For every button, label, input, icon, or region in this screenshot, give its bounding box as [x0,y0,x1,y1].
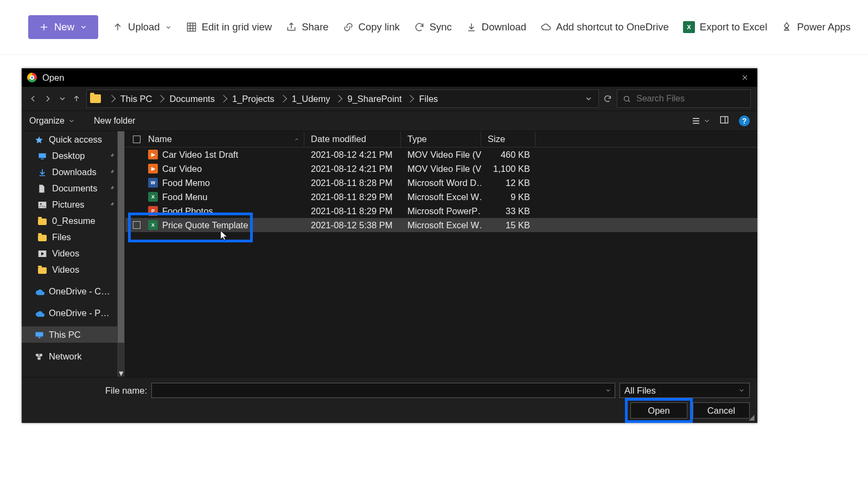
filename-input-wrap[interactable] [151,383,615,398]
new-button-label: New [54,21,74,33]
share-label: Share [302,21,328,33]
svg-rect-12 [37,357,40,359]
filename-label: File name: [105,386,147,396]
forward-button[interactable] [43,92,53,106]
file-type-filter[interactable]: All Files [620,383,750,398]
recent-locations-button[interactable] [57,92,67,106]
sidebar-scrollbar[interactable]: ▴ ▾ [117,131,125,377]
nav-item-this-pc[interactable]: This PC [22,326,125,343]
videos-icon [38,249,48,257]
column-name[interactable]: Name [142,131,304,147]
file-type: Microsoft Excel W… [401,220,481,230]
nav-item-label: This PC [49,330,81,340]
nav-item-label: Network [49,351,82,362]
close-button[interactable] [732,68,757,87]
file-date: 2021-08-12 4:21 PM [304,164,401,174]
export-excel-label: Export to Excel [700,21,767,33]
crumb-9-sharepoint[interactable]: 9_SharePoint [347,94,401,104]
help-button[interactable]: ? [739,115,750,126]
file-row[interactable]: ▶Car Video 2021-08-12 4:21 PM MOV Video … [125,162,757,176]
nav-item-videos[interactable]: Videos [22,261,125,278]
new-folder-button[interactable]: New folder [94,116,135,126]
crumb-files[interactable]: Files [419,94,438,104]
nav-item-files[interactable]: Files [22,229,125,245]
nav-item-onedrive-person[interactable]: OneDrive - Person [22,305,125,321]
file-name: Food Memo [162,178,210,188]
cancel-button[interactable]: Cancel [693,402,750,419]
file-type-filter-label: All Files [624,386,738,396]
nav-item-network[interactable]: Network [22,348,125,364]
nav-item-pictures[interactable]: Pictures [22,196,125,213]
svg-rect-8 [36,332,43,336]
add-shortcut-label: Add shortcut to OneDrive [556,21,669,33]
copy-link-button[interactable]: Copy link [343,21,400,33]
organize-button[interactable]: Organize [29,116,65,126]
upload-button[interactable]: Upload [112,21,172,33]
new-button[interactable]: New [28,15,98,39]
up-button[interactable] [72,92,82,106]
file-row[interactable]: WFood Memo 2021-08-11 8:28 PM Microsoft … [125,176,757,190]
excel-file-icon: X [148,220,158,230]
resize-grip-icon[interactable]: ◢ [749,414,756,422]
breadcrumb-path[interactable]: This PC Documents 1_Projects 1_Udemy 9_S… [86,89,599,108]
file-type: Microsoft Word D… [401,178,481,188]
nav-item-label: Desktop [52,151,85,161]
crumb-1-udemy[interactable]: 1_Udemy [292,94,330,104]
nav-item-documents[interactable]: Documents [22,180,125,196]
nav-item-videos[interactable]: Videos [22,245,125,261]
row-checkbox[interactable] [133,221,141,229]
column-size[interactable]: Size [481,131,535,147]
downloads-icon [38,168,48,176]
column-date[interactable]: Date modified [304,131,401,147]
column-type[interactable]: Type [401,131,481,147]
select-all-checkbox[interactable] [125,131,142,147]
crumb-1-projects[interactable]: 1_Projects [232,94,275,104]
nav-item-label: OneDrive - Comp [49,286,113,297]
file-row[interactable]: PFood Photos 2021-08-11 8:29 PM Microsof… [125,204,757,218]
edit-grid-label: Edit in grid view [202,21,272,33]
folder-icon [90,94,101,103]
file-size: 12 KB [481,178,535,188]
back-button[interactable] [28,92,39,106]
filename-input[interactable] [155,386,605,395]
nav-item-label: Pictures [52,200,85,210]
nav-item-downloads[interactable]: Downloads [22,164,125,180]
nav-item-label: Documents [52,183,97,194]
add-shortcut-onedrive-button[interactable]: Add shortcut to OneDrive [540,21,669,33]
nav-item-label: Videos [52,265,79,275]
view-list-button[interactable] [691,116,711,126]
dialog-title: Open [42,73,64,83]
download-button[interactable]: Download [466,21,526,33]
edit-grid-view-button[interactable]: Edit in grid view [186,21,272,33]
search-field[interactable] [617,89,751,108]
file-size: 1,100 KB [481,164,535,174]
crumb-this-pc[interactable]: This PC [120,94,152,104]
crumb-documents[interactable]: Documents [169,94,214,104]
pictures-icon [38,201,48,208]
preview-pane-button[interactable] [719,115,729,127]
download-label: Download [482,21,526,33]
refresh-button[interactable] [603,92,612,105]
svg-rect-3 [39,153,46,158]
power-apps-button[interactable]: Power Apps [781,21,851,33]
nav-item-onedrive-comp[interactable]: OneDrive - Comp [22,283,125,299]
open-button[interactable]: Open [630,402,687,419]
nav-item-quick-access[interactable]: Quick access [22,131,125,147]
nav-sidebar: Quick access Desktop Downloads Documents… [22,131,125,377]
sync-button[interactable]: Sync [414,21,452,33]
file-row[interactable]: XPrice Quote Template 2021-08-12 5:38 PM… [125,218,757,232]
share-button[interactable]: Share [286,21,328,33]
file-row[interactable]: ▶Car Video 1st Draft 2021-08-12 4:21 PM … [125,147,757,162]
file-row[interactable]: XFood Menu 2021-08-11 8:29 PM Microsoft … [125,190,757,204]
pin-icon [108,185,115,191]
desktop-icon [38,152,48,159]
export-excel-button[interactable]: X Export to Excel [683,21,767,33]
svg-rect-10 [36,354,39,356]
nav-item-label: Quick access [49,134,102,145]
nav-item-desktop[interactable]: Desktop [22,147,125,164]
file-date: 2021-08-11 8:29 PM [304,206,401,216]
path-dropdown[interactable] [582,92,595,105]
search-input[interactable] [636,94,745,104]
mov-file-icon: ▶ [148,164,158,174]
nav-item-0-resume[interactable]: 0_Resume [22,213,125,229]
